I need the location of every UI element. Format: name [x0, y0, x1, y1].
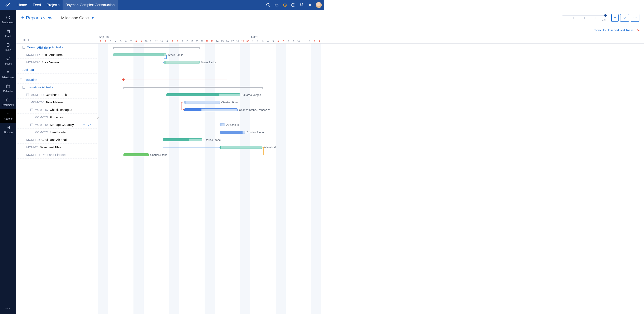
- sidebar-label: Calendar: [3, 90, 13, 93]
- day-label: 20: [194, 40, 199, 42]
- day-label: 2: [103, 40, 108, 42]
- day-label: 3: [260, 40, 266, 42]
- day-label: 22: [204, 40, 210, 42]
- task-title: Insulation: [24, 78, 37, 81]
- app-logo[interactable]: [2, 2, 13, 8]
- scroll-row: Scroll to Unscheduled Tasks: [16, 26, 324, 34]
- sidebar-item-reports[interactable]: Reports: [0, 109, 16, 123]
- sidebar-item-dashboard[interactable]: Dashboard: [0, 13, 16, 26]
- gantt-bar[interactable]: Steve Banks: [164, 61, 199, 64]
- gantt-bar[interactable]: Steve Banks: [113, 53, 166, 56]
- task-row[interactable]: Add Task: [16, 66, 98, 73]
- sidebar-label: Documents: [2, 104, 14, 106]
- sidebar-label: Feed: [5, 35, 11, 38]
- task-id: MCM-T35: [26, 138, 40, 141]
- task-row[interactable]: MCM-T73Identify site: [16, 129, 98, 136]
- task-title: Tank Material: [46, 100, 64, 104]
- add-subtask-icon[interactable]: ＋: [82, 122, 86, 127]
- day-label: 17: [179, 40, 184, 42]
- gantt-bar[interactable]: Avinash M: [220, 146, 262, 149]
- task-title: Overhead Tank: [46, 93, 67, 96]
- task-row[interactable]: −MCM-T57Check leakages: [16, 106, 98, 114]
- task-row[interactable]: MCM-T60Tank Material: [16, 99, 98, 106]
- task-row[interactable]: MCM-T20Brick Veneer: [16, 58, 98, 66]
- gantt-bar[interactable]: Charles Stone, Avinash M: [184, 108, 238, 111]
- timeline-header: Sep '18Oct '18 1234567891011121314151617…: [98, 34, 324, 43]
- collapse-toggle[interactable]: −: [26, 94, 29, 96]
- gantt-bar[interactable]: Charles Stone: [220, 131, 245, 134]
- day-label: 12: [154, 40, 159, 42]
- add-icon[interactable]: [291, 3, 296, 7]
- task-row[interactable]: −Insulation: [16, 76, 98, 83]
- back-arrow-icon[interactable]: [21, 16, 24, 20]
- search-icon[interactable]: [266, 3, 270, 7]
- collapse-toggle[interactable]: −: [22, 86, 25, 88]
- svg-rect-1: [275, 4, 278, 6]
- breadcrumb-reports[interactable]: Reports view: [26, 15, 52, 21]
- gantt-bar[interactable]: Charles Stone: [163, 138, 202, 141]
- task-id: MCM-T72: [34, 115, 48, 119]
- caret-down-icon: ▾: [92, 15, 94, 20]
- task-row[interactable]: MCM-T17Brick Arch forms: [16, 51, 98, 58]
- day-label: 7: [128, 40, 134, 42]
- nav-projects[interactable]: Projects: [44, 0, 62, 10]
- day-label: 1: [250, 40, 255, 42]
- sidebar-item-feed[interactable]: Feed: [0, 26, 16, 40]
- sidebar-item-tasks[interactable]: Tasks: [0, 40, 16, 54]
- task-row[interactable]: −MCM-T14Overhead Tank: [16, 91, 98, 99]
- task-row[interactable]: MCM-T72Force test: [16, 114, 98, 121]
- task-row[interactable]: MCM-T35Caulk and Air seal: [16, 136, 98, 144]
- sidebar-item-issues[interactable]: Issues: [0, 54, 16, 68]
- tools-icon[interactable]: [308, 3, 312, 7]
- day-label: 13: [311, 40, 316, 42]
- task-title: Caulk and Air seal: [42, 138, 67, 141]
- gantt-bar[interactable]: Eduardo Vargas: [166, 93, 240, 96]
- nav-feed[interactable]: Feed: [30, 0, 44, 10]
- task-title: Check leakages: [50, 108, 72, 111]
- day-label: 24: [215, 40, 220, 42]
- nav-home[interactable]: Home: [14, 0, 30, 10]
- collapse-toggle[interactable]: −: [22, 46, 25, 48]
- sidebar-label: Reports: [4, 117, 12, 120]
- day-label: 12: [306, 40, 311, 42]
- gantt-bar[interactable]: Charles Stone: [124, 153, 149, 156]
- sidebar-item-milestones[interactable]: Milestones: [0, 68, 16, 81]
- bar-assignee: Charles Stone, Avinash M: [239, 108, 270, 111]
- summary-bar[interactable]: [124, 87, 263, 88]
- bell-icon[interactable]: [299, 3, 304, 7]
- task-row[interactable]: −Exterior Finishes- All tasks: [16, 43, 98, 51]
- nav-project-daymart[interactable]: Daymart Complex Construction: [62, 0, 118, 10]
- day-label: 9: [139, 40, 144, 42]
- left-sidebar: Dashboard Feed Tasks Issues Milestones C…: [0, 10, 16, 157]
- user-avatar[interactable]: [316, 2, 322, 8]
- view-selector[interactable]: Milestone Gantt ▾: [61, 15, 94, 20]
- task-column: TITLE −Exterior Finishes- All tasksMCM-T…: [16, 34, 98, 157]
- timer-icon[interactable]: [282, 3, 287, 7]
- drag-handle-icon[interactable]: ⠿: [93, 122, 96, 127]
- column-resizer[interactable]: ⟨⟩: [97, 117, 99, 120]
- gantt-bar[interactable]: Avinash M: [220, 123, 225, 126]
- sidebar-item-finance[interactable]: Finance: [0, 123, 16, 136]
- day-label: 27: [230, 40, 235, 42]
- svg-point-7: [7, 58, 9, 60]
- task-row[interactable]: MCM-T5Basement Tiles: [16, 144, 98, 151]
- task-row[interactable]: −MCM-T56Storage Capacity＋⇄⠿: [16, 121, 98, 129]
- summary-bar[interactable]: [113, 47, 200, 48]
- task-title: Identify site: [50, 130, 66, 134]
- svg-rect-8: [7, 85, 10, 88]
- collapse-toggle[interactable]: −: [30, 109, 33, 111]
- task-row[interactable]: MCM-T21Draft and Fire stop: [16, 151, 98, 157]
- day-label: 11: [301, 40, 306, 42]
- task-id: MCM-T17: [26, 53, 40, 56]
- day-label: 30: [245, 40, 250, 42]
- sidebar-item-calendar[interactable]: Calendar: [0, 81, 16, 95]
- day-label: 5: [270, 40, 276, 42]
- gamepad-icon[interactable]: [274, 3, 279, 7]
- collapse-toggle[interactable]: −: [30, 124, 33, 126]
- gantt-bar[interactable]: Charles Stone: [184, 101, 220, 104]
- sidebar-item-documents[interactable]: Documents: [0, 95, 16, 109]
- top-navbar: Home Feed Projects Daymart Complex Const…: [0, 0, 324, 10]
- task-row[interactable]: −Insulation- All tasks: [16, 83, 98, 91]
- collapse-toggle[interactable]: −: [20, 78, 22, 81]
- link-task-icon[interactable]: ⇄: [88, 122, 91, 127]
